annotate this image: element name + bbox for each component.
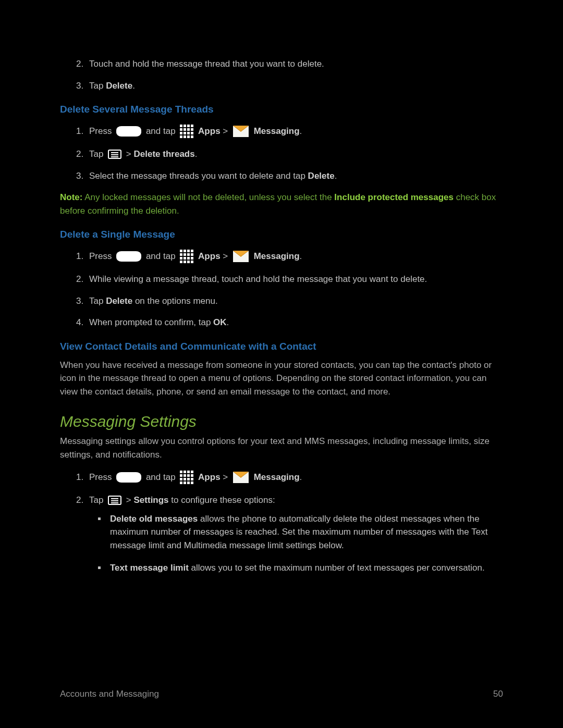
list-item: Press and tap Apps > Messaging. bbox=[86, 471, 503, 485]
bold-text: Apps bbox=[198, 472, 221, 482]
text: When prompted to confirm, tap bbox=[89, 317, 213, 327]
menu-icon bbox=[108, 150, 121, 159]
bold-text: Delete bbox=[106, 81, 132, 91]
text: > bbox=[221, 472, 230, 482]
text: and tap bbox=[143, 126, 178, 136]
text: Press bbox=[89, 251, 114, 261]
home-button-icon bbox=[116, 126, 141, 137]
text: > bbox=[124, 149, 133, 159]
delete-single-list: Press and tap Apps > Messaging. While vi… bbox=[60, 250, 503, 329]
menu-icon bbox=[108, 496, 121, 505]
list-item: Tap > Settings to configure these option… bbox=[86, 493, 503, 575]
messaging-envelope-icon bbox=[233, 126, 249, 137]
list-item: Select the message threads you want to d… bbox=[86, 169, 503, 183]
subheading-delete-single: Delete a Single Message bbox=[60, 229, 503, 240]
bold-text: Text message limit bbox=[110, 563, 189, 573]
text: While viewing a message thread, touch an… bbox=[89, 274, 427, 284]
text: . bbox=[300, 472, 302, 482]
bold-text: Messaging bbox=[254, 126, 300, 136]
apps-grid-icon bbox=[180, 125, 193, 138]
heading-messaging-settings: Messaging Settings bbox=[60, 413, 503, 430]
list-item: Press and tap Apps > Messaging. bbox=[86, 250, 503, 264]
bold-text: Include protected messages bbox=[334, 192, 454, 202]
text: > bbox=[221, 126, 230, 136]
intro-ordered-list: Touch and hold the message thread that y… bbox=[60, 57, 503, 92]
apps-grid-icon bbox=[180, 471, 193, 484]
bold-text: Delete old messages bbox=[110, 514, 198, 524]
text: Tap bbox=[89, 296, 106, 306]
note-label: Note: bbox=[60, 192, 82, 202]
page-footer: Accounts and Messaging 50 bbox=[60, 689, 503, 699]
footer-page-number: 50 bbox=[493, 689, 503, 699]
bullet-item: Delete old messages allows the phone to … bbox=[107, 512, 503, 552]
list-item: When prompted to confirm, tap OK. bbox=[86, 316, 503, 329]
text: > bbox=[221, 251, 230, 261]
text: Press bbox=[89, 126, 114, 136]
list-item: Tap > Delete threads. bbox=[86, 147, 503, 161]
text: Tap bbox=[89, 495, 106, 505]
footer-section: Accounts and Messaging bbox=[60, 689, 159, 699]
text: Press bbox=[89, 472, 114, 482]
text: and tap bbox=[143, 472, 178, 482]
text: on the options menu. bbox=[132, 296, 218, 306]
text: allows you to set the maximum number of … bbox=[189, 563, 485, 573]
settings-bullet-list: Delete old messages allows the phone to … bbox=[89, 512, 503, 575]
home-button-icon bbox=[116, 472, 141, 483]
text: Tap bbox=[89, 81, 106, 91]
text: Select the message threads you want to d… bbox=[89, 171, 308, 181]
apps-grid-icon bbox=[180, 250, 193, 263]
bold-text: Messaging bbox=[254, 472, 300, 482]
text: and tap bbox=[143, 251, 178, 261]
bold-text: OK bbox=[213, 317, 227, 327]
bold-text: Delete bbox=[308, 171, 335, 181]
settings-list: Press and tap Apps > Messaging. Tap > Se… bbox=[60, 471, 503, 575]
paragraph: Messaging settings allow you control opt… bbox=[60, 435, 503, 461]
bold-text: Apps bbox=[198, 251, 221, 261]
text: . bbox=[132, 81, 135, 91]
list-item: Tap Delete on the options menu. bbox=[86, 294, 503, 308]
bold-text: Apps bbox=[198, 126, 221, 136]
bold-text: Messaging bbox=[254, 251, 300, 261]
note-paragraph: Note: Any locked messages will not be de… bbox=[60, 191, 503, 217]
text: . bbox=[300, 126, 302, 136]
text: . bbox=[227, 317, 229, 327]
text: Tap bbox=[89, 149, 106, 159]
subheading-view-contact: View Contact Details and Communicate wit… bbox=[60, 341, 503, 352]
text: Touch and hold the message thread that y… bbox=[89, 59, 324, 69]
home-button-icon bbox=[116, 251, 141, 262]
bold-text: Delete threads bbox=[134, 149, 195, 159]
list-item: While viewing a message thread, touch an… bbox=[86, 273, 503, 286]
messaging-envelope-icon bbox=[233, 251, 249, 262]
text: . bbox=[300, 251, 302, 261]
list-item: Press and tap Apps > Messaging. bbox=[86, 125, 503, 139]
paragraph: When you have received a message from so… bbox=[60, 359, 503, 399]
text: to configure these options: bbox=[169, 495, 275, 505]
bold-text: Settings bbox=[134, 495, 169, 505]
bold-text: Delete bbox=[106, 296, 132, 306]
delete-several-list: Press and tap Apps > Messaging. Tap > De… bbox=[60, 125, 503, 182]
document-page: Touch and hold the message thread that y… bbox=[0, 0, 563, 728]
list-item: Touch and hold the message thread that y… bbox=[86, 57, 503, 71]
text: Any locked messages will not be deleted,… bbox=[82, 192, 334, 202]
bullet-item: Text message limit allows you to set the… bbox=[107, 561, 503, 575]
list-item: Tap Delete. bbox=[86, 79, 503, 93]
text: . bbox=[335, 171, 337, 181]
messaging-envelope-icon bbox=[233, 472, 249, 483]
text: > bbox=[124, 495, 133, 505]
text: . bbox=[195, 149, 198, 159]
subheading-delete-several: Delete Several Message Threads bbox=[60, 104, 503, 115]
